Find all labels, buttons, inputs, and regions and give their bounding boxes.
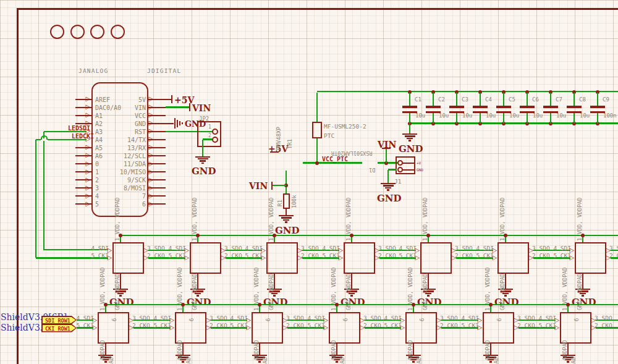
wire-vin-gate[interactable] <box>273 185 286 186</box>
wire-gnd-rail[interactable] <box>410 122 618 124</box>
j1-pin2-lead[interactable] <box>402 169 414 171</box>
cap-lead[interactable] <box>456 113 457 124</box>
cap-lead[interactable] <box>574 113 575 124</box>
cap-lead[interactable] <box>409 113 410 124</box>
cap-lead[interactable] <box>480 113 481 124</box>
cap-plate[interactable] <box>590 106 605 108</box>
cap-plate[interactable] <box>449 106 464 108</box>
cap-lead[interactable] <box>503 93 504 106</box>
j1-pin1-lead[interactable] <box>402 163 414 164</box>
row2-ic-2[interactable] <box>175 312 206 344</box>
connector-pin-glyph[interactable]: ▷ <box>86 104 91 110</box>
connector-pin-glyph[interactable]: ▷ <box>149 136 154 142</box>
connector-pin-glyph[interactable]: ▷ <box>86 201 91 207</box>
connector-pin-glyph[interactable]: ▷ <box>86 144 91 150</box>
fuse-ptc-body[interactable] <box>312 122 322 138</box>
sheet-circle-1[interactable] <box>50 25 64 39</box>
connector-pin-glyph[interactable]: ▷ <box>149 104 154 110</box>
connector-pin-glyph[interactable]: ▷ <box>149 144 154 150</box>
connector-pin-glyph[interactable]: ▷ <box>86 161 91 167</box>
connector-pin-glyph[interactable]: ▷ <box>86 169 91 175</box>
cap-plate[interactable] <box>402 106 417 108</box>
cap-plate[interactable] <box>520 106 535 108</box>
wire-cki-row1[interactable] <box>77 327 93 328</box>
wire-jp2-gnd[interactable] <box>202 140 203 156</box>
wire-vcc-rail-drop[interactable] <box>316 93 318 122</box>
cap-lead[interactable] <box>574 93 575 106</box>
wire-vin[interactable] <box>166 106 189 108</box>
cap-plate[interactable] <box>543 106 558 108</box>
wire-ledsdi[interactable] <box>43 132 44 250</box>
row1-cko-wire[interactable] <box>611 257 618 258</box>
cap-plate[interactable] <box>496 106 511 108</box>
wire-r1-bottom[interactable] <box>286 209 287 215</box>
connector-pin-glyph[interactable]: ▷ <box>86 185 91 191</box>
cap-plate[interactable] <box>473 106 488 108</box>
cap-lead[interactable] <box>527 93 528 106</box>
resistor-r1-body[interactable] <box>283 193 290 209</box>
row2-ic-5[interactable] <box>405 312 437 344</box>
connector-pin-glyph[interactable]: ▷ <box>149 193 154 199</box>
wire-jp2-gnd[interactable] <box>203 138 212 140</box>
sheet-circle-4[interactable] <box>111 25 125 39</box>
wire-j1-gnd[interactable] <box>387 170 389 184</box>
row2-sdo-wire[interactable] <box>596 320 618 321</box>
sheet-circle-3[interactable] <box>90 25 104 39</box>
cap-lead[interactable] <box>480 93 481 106</box>
cap-lead[interactable] <box>597 93 598 106</box>
wire-j1-gnd[interactable] <box>388 169 397 170</box>
row2-ic-1[interactable] <box>98 312 129 344</box>
row2-ic-3[interactable] <box>252 312 283 344</box>
jp2-pin2[interactable] <box>212 137 218 143</box>
cap-lead[interactable] <box>527 113 528 124</box>
wire-sdi-row1[interactable] <box>77 320 93 321</box>
jp2-pin1[interactable] <box>212 129 218 135</box>
cap-lead[interactable] <box>503 113 504 124</box>
connector-pin-glyph[interactable]: ▷ <box>86 193 91 199</box>
connector-pin-glyph[interactable]: ▷ <box>86 96 91 102</box>
row1-ic-6[interactable] <box>497 242 529 274</box>
row1-ic-3[interactable] <box>266 242 298 274</box>
connector-pin-glyph[interactable]: ▷ <box>149 152 154 158</box>
connector-pin-glyph[interactable]: ▷ <box>149 161 154 167</box>
row1-ic-1[interactable] <box>112 242 144 274</box>
cap-lead[interactable] <box>433 113 434 124</box>
row1-ic-2[interactable] <box>190 242 221 274</box>
connector-pin-glyph[interactable]: ▷ <box>149 128 154 134</box>
row2-ic-7[interactable] <box>560 312 591 344</box>
row2-cko-wire[interactable] <box>596 327 618 328</box>
row1-sdo-wire[interactable] <box>611 250 618 251</box>
row1-ic-7[interactable] <box>575 242 606 274</box>
connector-pin-glyph[interactable]: ▷ <box>149 169 154 175</box>
wire-gnd[interactable] <box>166 123 174 124</box>
wire-ledsdi[interactable] <box>44 131 87 132</box>
sheet-circle-2[interactable] <box>70 25 85 39</box>
connector-pin-glyph[interactable]: ▷ <box>149 120 154 126</box>
cap-value: 10u <box>439 112 449 119</box>
wire-c1-gnd[interactable] <box>409 124 410 134</box>
row1-ic-5[interactable] <box>420 242 452 274</box>
wire-ledcki[interactable] <box>35 140 36 258</box>
connector-pin-glyph[interactable]: ▷ <box>149 112 154 118</box>
cap-lead[interactable] <box>433 93 434 106</box>
row2-ic-4[interactable] <box>329 312 360 344</box>
wire-ptc-down[interactable] <box>316 138 318 163</box>
cap-plate[interactable] <box>567 106 582 108</box>
cap-lead[interactable] <box>456 93 457 106</box>
wire-vin-drop[interactable] <box>386 148 387 163</box>
connector-pin-glyph[interactable]: ▷ <box>149 201 154 207</box>
cap-lead[interactable] <box>409 93 410 106</box>
connector-pin-glyph[interactable]: ▷ <box>86 152 91 158</box>
cap-lead[interactable] <box>550 93 551 106</box>
cap-lead[interactable] <box>597 113 598 124</box>
connector-pin-glyph[interactable]: ▷ <box>86 112 91 118</box>
connector-pin-glyph[interactable]: ▷ <box>149 185 154 191</box>
connector-pin-glyph[interactable]: ▷ <box>149 96 154 102</box>
cap-lead[interactable] <box>550 113 551 124</box>
connector-pin-glyph[interactable]: ▷ <box>86 177 91 183</box>
connector-pin-glyph[interactable]: ▷ <box>149 177 154 183</box>
cap-plate[interactable] <box>426 106 441 108</box>
row1-ic-4[interactable] <box>344 242 375 274</box>
wire-5v[interactable] <box>166 99 171 100</box>
row2-ic-6[interactable] <box>483 312 514 344</box>
